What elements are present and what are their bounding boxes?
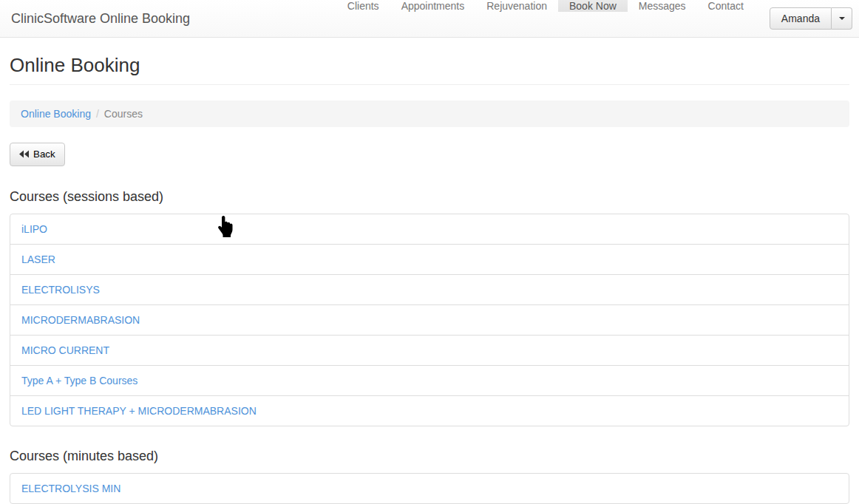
courses-minutes-list: ELECTROLYSIS MIN bbox=[10, 473, 849, 504]
main-content: Online Booking Online Booking / Courses … bbox=[10, 55, 849, 504]
course-link-ilipo[interactable]: iLIPO bbox=[10, 214, 849, 244]
course-link-micro-current[interactable]: MICRO CURRENT bbox=[10, 335, 849, 365]
course-link-electrolisys[interactable]: ELECTROLISYS bbox=[10, 274, 849, 304]
nav-item-appointments[interactable]: Appointments bbox=[390, 0, 476, 12]
breadcrumb: Online Booking / Courses bbox=[10, 101, 849, 127]
back-button[interactable]: Back bbox=[10, 143, 65, 166]
main-nav: Clients Appointments Rejuvenation Book N… bbox=[336, 0, 755, 37]
section-heading-minutes-based: Courses (minutes based) bbox=[10, 449, 849, 464]
fast-backward-icon bbox=[19, 150, 29, 158]
nav-item-messages[interactable]: Messages bbox=[628, 0, 697, 12]
user-dropdown-toggle[interactable] bbox=[832, 7, 852, 30]
title-divider bbox=[10, 84, 849, 85]
caret-down-icon bbox=[839, 17, 845, 20]
user-menu-button-group: Amanda bbox=[770, 7, 852, 30]
app-brand[interactable]: ClinicSoftware Online Booking bbox=[11, 0, 190, 37]
section-heading-sessions-based: Courses (sessions based) bbox=[10, 189, 849, 205]
back-button-label: Back bbox=[33, 149, 55, 160]
top-navbar: ClinicSoftware Online Booking Clients Ap… bbox=[0, 0, 859, 38]
course-link-type-a-type-b[interactable]: Type A + Type B Courses bbox=[10, 365, 849, 395]
breadcrumb-separator: / bbox=[91, 108, 104, 120]
course-link-led-light-therapy[interactable]: LED LIGHT THERAPY + MICRODERMABRASION bbox=[10, 395, 849, 426]
nav-item-contact[interactable]: Contact bbox=[697, 0, 755, 12]
nav-item-clients[interactable]: Clients bbox=[336, 0, 390, 12]
user-button[interactable]: Amanda bbox=[770, 7, 832, 30]
breadcrumb-current-courses: Courses bbox=[104, 108, 143, 120]
breadcrumb-link-online-booking[interactable]: Online Booking bbox=[21, 108, 91, 120]
page-title: Online Booking bbox=[10, 55, 849, 77]
nav-item-rejuvenation[interactable]: Rejuvenation bbox=[475, 0, 558, 12]
course-link-microdermabrasion[interactable]: MICRODERMABRASION bbox=[10, 304, 849, 335]
course-link-electrolysis-min[interactable]: ELECTROLYSIS MIN bbox=[10, 474, 849, 503]
nav-item-book-now[interactable]: Book Now bbox=[558, 0, 628, 12]
course-link-laser[interactable]: LASER bbox=[10, 244, 849, 274]
courses-sessions-list: iLIPO LASER ELECTROLISYS MICRODERMABRASI… bbox=[10, 214, 849, 426]
